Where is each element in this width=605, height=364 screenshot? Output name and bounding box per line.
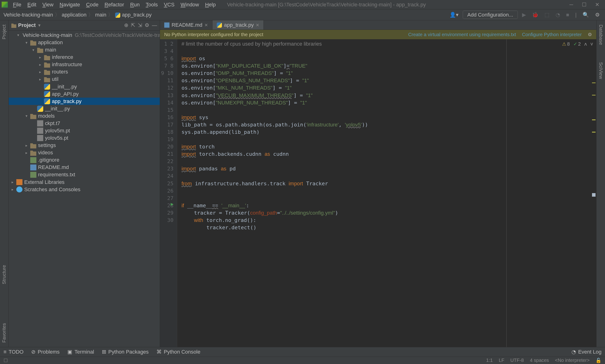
passes-count[interactable]: 2	[573, 41, 581, 47]
expand-all-icon[interactable]: ⇱	[131, 22, 135, 28]
todo-tool-button[interactable]: ≡ TODO	[3, 349, 24, 355]
gear-icon[interactable]: ⚙	[588, 32, 592, 37]
menu-refactor[interactable]: Refactor	[102, 1, 127, 9]
python-packages-tool-button[interactable]: ⊞ Python Packages	[102, 349, 149, 355]
breadcrumb-item[interactable]: app_track.py	[115, 12, 152, 18]
editor-tab[interactable]: README.md×	[160, 20, 212, 29]
breadcrumb[interactable]: Vehicle-tracking-main〉application〉main〉a…	[3, 11, 152, 18]
status-bar: ☐ 1:1 LF UTF-8 4 spaces <No interpreter>…	[0, 357, 605, 364]
status-icon[interactable]: ☐	[3, 358, 8, 363]
tree-node[interactable]: requirements.txt	[9, 171, 160, 179]
menu-vcs[interactable]: VCS	[161, 1, 177, 9]
interpreter-banner: No Python interpreter configured for the…	[160, 30, 596, 39]
tree-node[interactable]: ▸util	[9, 76, 160, 83]
event-log-button[interactable]: ◔ Event Log	[571, 349, 602, 355]
tree-node[interactable]: ▾application	[9, 39, 160, 46]
run-icon[interactable]: ▶	[520, 12, 528, 18]
menu-file[interactable]: File	[10, 1, 24, 9]
py-icon	[37, 106, 43, 112]
breadcrumb-item[interactable]: Vehicle-tracking-main	[3, 12, 53, 18]
tree-node[interactable]: __init__.py	[9, 83, 160, 90]
tree-node[interactable]: yolov5m.pt	[9, 127, 160, 134]
caret-position[interactable]: 1:1	[486, 358, 493, 363]
locate-icon[interactable]: ⊕	[124, 22, 128, 28]
menu-edit[interactable]: Edit	[25, 1, 39, 9]
interpreter-status[interactable]: <No interpreter>	[555, 358, 589, 363]
breadcrumb-item[interactable]: main	[95, 12, 106, 18]
debug-icon[interactable]: 🐞	[530, 12, 540, 18]
error-stripe[interactable]	[591, 39, 596, 347]
create-venv-link[interactable]: Create a virtual environment using requi…	[408, 32, 516, 37]
favorites-tool-button[interactable]: Favorites	[1, 323, 7, 343]
settings-icon[interactable]: ⚙	[145, 22, 149, 28]
tree-node[interactable]: __init__.py	[9, 105, 160, 112]
tree-node[interactable]: yolov5s.pt	[9, 134, 160, 142]
close-tab-icon[interactable]: ×	[205, 22, 208, 28]
right-tool-stripe: Database SciView	[596, 20, 605, 347]
terminal-tool-button[interactable]: ▣ Terminal	[67, 349, 94, 355]
tree-node[interactable]: ▸Scratches and Consoles	[9, 186, 160, 193]
chevron-down-icon[interactable]: ▼	[37, 23, 41, 28]
menu-tools[interactable]: Tools	[143, 1, 160, 9]
tree-node[interactable]: ▸External Libraries	[9, 179, 160, 186]
tree-node[interactable]: app_track.py	[9, 98, 160, 105]
search-icon[interactable]: 🔍	[581, 12, 591, 18]
project-view-title[interactable]: Project	[18, 22, 36, 28]
indent-status[interactable]: 4 spaces	[530, 358, 549, 363]
collapse-all-icon[interactable]: ⇲	[138, 22, 142, 28]
file-icon	[37, 135, 43, 141]
tree-node[interactable]: ▾Vehicle-tracking-mainG:\TestCode\Vehicl…	[9, 31, 160, 39]
close-tab-icon[interactable]: ×	[256, 22, 259, 28]
run-gutter-icon[interactable]: ▶	[171, 202, 173, 206]
project-sidebar: Project ▼ ⊕ ⇱ ⇲ ⚙ — ▾Vehicle-tracking-ma…	[9, 20, 160, 347]
user-icon[interactable]: 👤▾	[448, 12, 460, 18]
tree-node[interactable]: ▾main	[9, 46, 160, 54]
lock-icon[interactable]: 🔓	[595, 358, 602, 363]
project-tree[interactable]: ▾Vehicle-tracking-mainG:\TestCode\Vehicl…	[9, 31, 160, 347]
menu-help[interactable]: Help	[203, 1, 218, 9]
inspection-widget[interactable]: 8 2 ʌ v	[562, 41, 593, 47]
folder-icon	[30, 142, 36, 148]
menu-window[interactable]: Window	[178, 1, 202, 9]
left-tool-stripe: Project Structure Favorites	[0, 20, 9, 347]
tree-node[interactable]: ▸inference	[9, 54, 160, 61]
line-gutter[interactable]: 1 2 3 4 5 6 7 8 9 10 11 12 13 14 15 16 1…	[160, 39, 177, 347]
file-encoding[interactable]: UTF-8	[511, 358, 524, 363]
code-editor[interactable]: 1 2 3 4 5 6 7 8 9 10 11 12 13 14 15 16 1…	[160, 39, 596, 347]
sciview-tool-button[interactable]: SciView	[598, 62, 604, 79]
tree-node[interactable]: ▾models	[9, 112, 160, 120]
python-console-tool-button[interactable]: ⌘ Python Console	[156, 349, 200, 355]
settings-icon[interactable]: ⚙	[593, 12, 602, 18]
line-separator[interactable]: LF	[499, 358, 504, 363]
menu-code[interactable]: Code	[83, 1, 101, 9]
chevron-up-icon[interactable]: ʌ	[584, 41, 587, 47]
tree-node[interactable]: README.md	[9, 164, 160, 171]
menu-view[interactable]: View	[40, 1, 56, 9]
tree-node[interactable]: ckpt.t7	[9, 120, 160, 127]
stop-icon[interactable]: ■	[564, 12, 571, 18]
tree-node[interactable]: app_API.py	[9, 90, 160, 98]
structure-tool-button[interactable]: Structure	[1, 265, 7, 284]
menu-navigate[interactable]: Navigate	[57, 1, 83, 9]
lib-icon	[16, 179, 23, 185]
warnings-count[interactable]: 8	[562, 41, 570, 47]
editor-tab[interactable]: app_track.py×	[212, 20, 264, 29]
menu-run[interactable]: Run	[128, 1, 142, 9]
configure-interpreter-link[interactable]: Configure Python interpreter	[522, 32, 582, 37]
tree-node[interactable]: ▸settings	[9, 142, 160, 149]
close-icon[interactable]: ✕	[595, 2, 600, 8]
tree-node[interactable]: ▸videos	[9, 149, 160, 156]
project-tool-button[interactable]: Project	[1, 25, 7, 39]
hide-icon[interactable]: —	[152, 22, 157, 28]
tree-node[interactable]: ▸routers	[9, 68, 160, 76]
minimize-icon[interactable]: ─	[569, 2, 574, 8]
tree-node[interactable]: .gitignore	[9, 156, 160, 164]
problems-tool-button[interactable]: ⊘ Problems	[31, 349, 60, 355]
coverage-icon[interactable]: ⬚	[543, 12, 551, 18]
maximize-icon[interactable]: ☐	[582, 2, 587, 8]
add-configuration-button[interactable]: Add Configuration...	[463, 11, 517, 19]
profile-icon[interactable]: ◔	[554, 12, 562, 18]
tree-node[interactable]: ▸infrastructure	[9, 61, 160, 68]
breadcrumb-item[interactable]: application	[62, 12, 87, 18]
database-tool-button[interactable]: Database	[598, 25, 604, 45]
